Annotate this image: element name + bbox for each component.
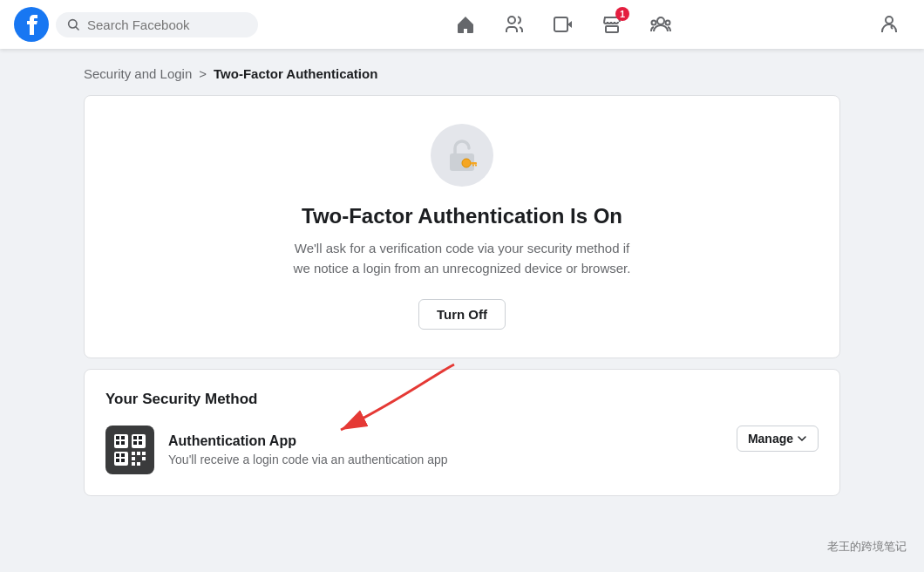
search-icon [66,17,80,31]
svg-rect-32 [142,452,146,455]
breadcrumb-separator: > [199,66,207,81]
method-row: Authentication App You'll receive a logi… [105,426,819,474]
account-nav-button[interactable] [868,3,910,45]
groups-nav-button[interactable] [640,3,682,45]
svg-rect-29 [121,459,125,462]
qr-code-icon [111,431,149,469]
svg-rect-5 [606,26,618,32]
svg-rect-28 [116,459,119,462]
manage-button[interactable]: Manage [737,426,819,452]
svg-rect-14 [472,165,474,167]
svg-rect-26 [116,453,119,457]
svg-rect-36 [137,462,140,466]
svg-rect-24 [139,441,142,445]
turn-off-button[interactable]: Turn Off [418,299,506,330]
twofa-card: Two-Factor Authentication Is On We'll as… [84,95,840,358]
svg-point-9 [886,17,893,24]
twofa-description: We'll ask for a verification code via yo… [288,239,636,278]
svg-rect-17 [121,436,125,439]
navbar-center: 1 [258,3,868,45]
navbar: 1 [0,0,924,49]
svg-rect-21 [133,436,137,439]
svg-rect-12 [471,162,477,165]
method-name: Authentication App [168,433,723,449]
svg-rect-16 [116,436,119,439]
svg-rect-33 [132,457,135,460]
breadcrumb-parent[interactable]: Security and Login [84,66,192,81]
search-box[interactable] [56,12,258,37]
friends-icon [504,14,525,35]
chevron-down-icon [797,433,807,444]
facebook-logo-icon [14,7,49,42]
navbar-left [14,7,258,42]
auth-app-icon [105,426,154,474]
method-desc: You'll receive a login code via an authe… [168,453,723,466]
svg-point-6 [657,17,664,24]
svg-rect-34 [142,457,146,460]
navbar-right [868,3,910,45]
watch-nav-button[interactable] [542,3,584,45]
friends-nav-button[interactable] [493,3,535,45]
marketplace-badge: 1 [615,7,629,21]
manage-label: Manage [748,432,793,446]
home-icon [455,14,476,35]
svg-rect-13 [475,165,477,167]
svg-rect-18 [116,441,119,445]
svg-point-2 [508,17,515,24]
svg-rect-30 [132,452,135,455]
svg-rect-3 [554,17,567,31]
home-nav-button[interactable] [445,3,486,45]
svg-rect-31 [137,452,140,455]
svg-point-8 [666,21,670,25]
svg-rect-27 [121,453,125,457]
groups-icon [650,14,671,35]
security-method-card: Your Security Method [84,369,840,496]
svg-rect-19 [121,441,125,445]
marketplace-nav-button[interactable]: 1 [591,3,633,45]
lock-icon-wrapper [431,124,493,187]
svg-rect-22 [139,436,142,439]
video-icon [553,14,574,35]
svg-rect-23 [133,441,137,445]
breadcrumb-current: Two-Factor Authentication [214,66,377,81]
svg-point-7 [652,21,656,25]
page-content: Security and Login > Two-Factor Authenti… [70,49,854,514]
security-method-title: Your Security Method [105,391,819,408]
search-input[interactable] [87,17,244,32]
account-icon [879,14,900,35]
twofa-title: Two-Factor Authentication Is On [105,204,819,228]
breadcrumb: Security and Login > Two-Factor Authenti… [84,66,840,81]
lock-key-icon [443,136,481,174]
svg-point-11 [462,159,471,167]
svg-rect-35 [132,462,135,466]
method-info: Authentication App You'll receive a logi… [168,433,723,466]
